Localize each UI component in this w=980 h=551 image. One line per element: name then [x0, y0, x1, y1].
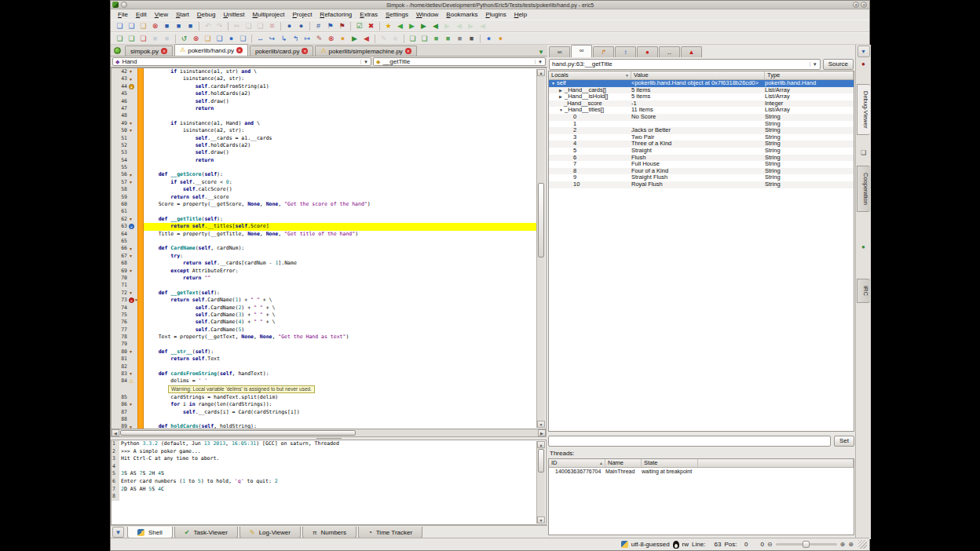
zoom-slider-thumb[interactable] [803, 541, 810, 548]
variable-row[interactable]: ▶_Hand__isHold[]5 itemsList/Array [549, 93, 854, 100]
menu-refactoring[interactable]: Refactoring [316, 11, 356, 18]
next-error-icon[interactable]: ▶ [418, 20, 430, 31]
marker-margin[interactable] [129, 341, 137, 348]
search-icon[interactable]: ● [283, 20, 295, 31]
fold-arrow-icon[interactable]: ▼ [129, 269, 133, 273]
fold-arrow-icon[interactable]: ▼ [129, 291, 133, 295]
marker-margin[interactable]: ✕▼ [129, 297, 137, 304]
annotate-toggle-icon[interactable]: ✎ [378, 33, 389, 44]
marker-margin[interactable]: ▼ [129, 68, 137, 75]
marker-margin[interactable] [129, 305, 137, 312]
marker-margin[interactable] [129, 282, 137, 289]
marker-margin[interactable] [129, 90, 137, 97]
variable-row[interactable]: 10Royal FlushString [549, 181, 854, 188]
menu-edit[interactable]: Edit [132, 11, 151, 18]
fold-margin[interactable] [137, 409, 144, 416]
zoom-slider[interactable] [776, 543, 837, 546]
scroll-down-icon[interactable]: ▼ [537, 516, 545, 524]
stop-script-icon[interactable]: ⊗ [190, 33, 202, 44]
menu-multiproject[interactable]: Multiproject [249, 11, 289, 18]
shell-view[interactable]: 1Python 3.3.2 (default, Jun 13 2013, 16:… [111, 440, 547, 525]
save-all-icon[interactable]: ■ [185, 20, 196, 31]
fold-margin[interactable] [137, 171, 144, 178]
zoom-out-icon[interactable]: ⊖ [767, 541, 773, 548]
fold-arrow-icon[interactable]: ▼ [129, 372, 133, 376]
fold-arrow-icon[interactable]: ▼ [129, 122, 133, 126]
marker-margin[interactable]: ✕ [129, 223, 137, 230]
minimize-button[interactable]: ▾ [853, 2, 859, 8]
continue-run-icon[interactable]: ▶ [349, 33, 360, 44]
unittest-script-icon[interactable]: ■ [430, 33, 442, 44]
marker-margin[interactable] [129, 164, 137, 171]
fold-margin[interactable] [137, 356, 144, 363]
marker-margin[interactable]: ▼ [129, 268, 137, 275]
exceptions-tab[interactable]: ▲ [681, 46, 702, 57]
menu-project[interactable]: Project [288, 11, 316, 18]
delete-icon[interactable]: ✖ [266, 20, 278, 31]
fold-margin[interactable] [137, 334, 144, 341]
fold-margin[interactable] [137, 423, 144, 429]
fold-margin[interactable] [137, 312, 144, 319]
fold-margin[interactable] [137, 305, 144, 312]
variable-row[interactable]: 3Two PairString [549, 134, 854, 141]
local-variables-table[interactable]: Locals▼ Value Type ▼self<pokerlib.hand.H… [548, 71, 854, 432]
marker-margin[interactable] [129, 157, 137, 164]
marker-margin[interactable] [129, 98, 137, 105]
marker-margin[interactable]: ▼ [129, 348, 137, 356]
goto-line-icon[interactable]: # [313, 20, 324, 31]
variable-row[interactable]: 4Three of a KindString [549, 140, 854, 148]
fold-margin[interactable] [137, 416, 144, 423]
marker-margin[interactable]: ▼ [129, 179, 137, 186]
side-tab-debug-viewer[interactable]: Debug-Viewer [857, 84, 870, 135]
call-stack-tab[interactable]: ↱ [593, 46, 614, 57]
fold-margin[interactable] [137, 112, 144, 119]
redo-icon[interactable]: ↷ [214, 20, 225, 31]
cut-icon[interactable]: ✂ [231, 20, 243, 31]
fold-arrow-icon[interactable]: ▼ [129, 217, 133, 221]
save-project-as-icon[interactable]: ■ [161, 33, 173, 44]
back-icon[interactable]: ◀ [394, 20, 406, 31]
fold-arrow-icon[interactable]: ▼ [129, 247, 133, 251]
variable-row[interactable]: 8Four of a KindString [549, 168, 854, 175]
marker-margin[interactable] [129, 409, 137, 416]
step-into-icon[interactable]: ↳ [278, 33, 290, 44]
errors-toggle-icon[interactable]: ✖ [365, 20, 377, 31]
disabled-breakpoint-icon[interactable]: ✕ [129, 297, 134, 303]
fold-margin[interactable] [137, 394, 144, 401]
menu-unittest[interactable]: Unittest [219, 11, 248, 18]
marker-margin[interactable] [129, 334, 137, 341]
fold-margin[interactable] [137, 68, 144, 75]
fold-margin[interactable] [137, 253, 144, 260]
unittest-icon[interactable]: ❏ [407, 33, 419, 44]
refresh-icon[interactable]: ↺ [178, 33, 190, 44]
breakpoints-tab[interactable]: ● [637, 46, 658, 57]
marker-margin[interactable] [129, 260, 137, 267]
tab-task-viewer[interactable]: ✔Task-Viewer [174, 527, 238, 538]
close-project-icon[interactable]: ❏ [137, 33, 149, 44]
preferences-icon[interactable]: ■ [454, 33, 466, 44]
fold-margin[interactable] [137, 120, 144, 127]
variable-row[interactable]: 6FlushString [549, 155, 854, 162]
marker-margin[interactable] [129, 135, 137, 142]
menu-extras[interactable]: Extras [356, 11, 382, 18]
close-tab-icon[interactable]: ✕ [236, 47, 243, 53]
run-script-icon[interactable]: ❏ [202, 33, 214, 44]
marker-margin[interactable] [129, 149, 137, 156]
marker-margin[interactable] [129, 142, 137, 149]
stop-debugger-icon[interactable]: ⊗ [325, 33, 337, 44]
variable-row[interactable]: ▶_Hand__cards[]5 itemsList/Array [549, 87, 854, 94]
bookmark-previous-icon[interactable]: ⚑ [336, 20, 348, 31]
marker-margin[interactable]: ▼ [129, 370, 137, 378]
fold-margin[interactable] [137, 401, 144, 408]
help-icon[interactable]: ● [495, 33, 506, 44]
fold-arrow-icon[interactable]: ▼ [129, 350, 133, 354]
paste-icon[interactable]: ❏ [254, 20, 266, 31]
fold-margin[interactable] [137, 201, 144, 208]
tab-time-tracker[interactable]: ◔Time Tracker [358, 527, 422, 538]
fold-arrow-icon[interactable]: ▼ [129, 173, 133, 177]
fold-margin[interactable] [137, 157, 144, 164]
fold-margin[interactable] [137, 98, 144, 105]
tree-expand-icon[interactable]: ▼ [559, 107, 565, 114]
thread-row[interactable]: 140063636776704MainThreadwaiting at brea… [549, 468, 854, 476]
fold-margin[interactable] [137, 105, 144, 112]
